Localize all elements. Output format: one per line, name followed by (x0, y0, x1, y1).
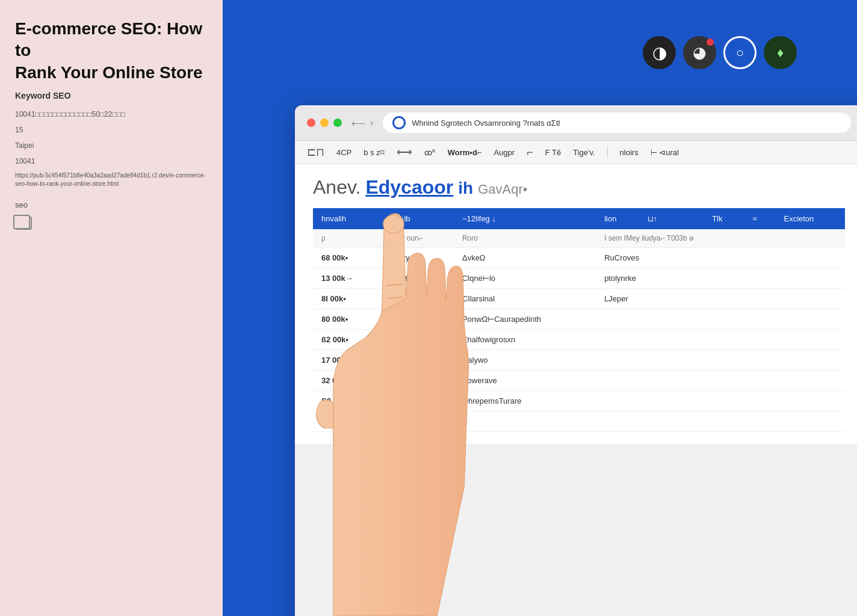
v2-cell-3: BylΩ (385, 309, 454, 330)
meta-line-2: Taipei (15, 140, 208, 151)
col-header-3: lion (596, 208, 639, 229)
col-header-6: Tlk (704, 208, 744, 229)
browser-chrome: ⟵ › Whnind Sgrotech Ovsamroning ?rnats α… (295, 105, 857, 141)
sub-header-2: Roro (454, 229, 596, 248)
meta-line-1: 15 (15, 125, 208, 135)
toolbar-item-3[interactable]: Worm•d⌐ (448, 148, 482, 157)
v4-cell-8 (596, 411, 845, 432)
page-heading: Anev. Edycaoor ih GavAqr• (313, 176, 845, 199)
v3-cell-8 (454, 411, 596, 432)
table-row: 80 00k• BylΩ PonwΩ⊢Caurapedinth (313, 309, 845, 330)
col-header-7: ≈ (744, 208, 775, 229)
vol-cell-3: 80 00k• (313, 309, 385, 330)
icon-blue-outline: ○ (723, 36, 756, 69)
v2-cell-0: Eory (385, 248, 454, 268)
data-table: hnvalih lg⌐lb ~12lifeg ↓ lion ⊔↑ Tlk ≈ E… (313, 208, 845, 432)
heading-sub: GavAqr• (478, 182, 527, 197)
close-button[interactable] (307, 119, 315, 127)
col-header-5 (679, 208, 704, 229)
top-icons: ◑ ◕ ○ ♦ (643, 36, 797, 69)
tag-label: seo (15, 200, 208, 209)
toolbar-item-7[interactable]: nloirs (620, 148, 639, 157)
v4-cell-5 (596, 350, 845, 371)
v4-cell-0: RuCroves (596, 248, 845, 268)
browser-toolbar: ⊏⊓ 4CP b s z⌑ ⟷ ꝏᴿ Worm•d⌐ Augpr ⌐ F Tē … (295, 141, 857, 164)
sub-header-row: ρ Hry oun⌐ Roro I sem IMey iludya⌐ T003b… (313, 229, 845, 248)
table-row: ß2 00k• Bury Ehalfowigrosxn (313, 330, 845, 350)
address-text: Whnind Sgrotech Ovsamroning ?rnats αΣtl (412, 119, 841, 128)
minimize-button[interactable] (320, 119, 329, 127)
toolbar-icon-1: ⟷ (397, 146, 412, 159)
v4-cell-4 (596, 330, 845, 350)
table-header-row: hnvalih lg⌐lb ~12lifeg ↓ lion ⊔↑ Tlk ≈ E… (313, 208, 845, 229)
v3-cell-5: Dalywo (454, 350, 596, 371)
address-bar[interactable]: Whnind Sgrotech Ovsamroning ?rnats αΣtl (383, 112, 851, 133)
toolbar-item-2[interactable]: ꝏᴿ (424, 148, 436, 157)
forward-icon[interactable]: › (370, 117, 373, 129)
v3-cell-6: Eowerave (454, 371, 596, 391)
meta-line-3: 10041 (15, 156, 208, 167)
table-row: ßF 00k• (313, 411, 845, 432)
v3-cell-0: ΔvkeΩ (454, 248, 596, 268)
toolbar-item-4[interactable]: Augpr (493, 148, 515, 157)
heading-part2: Edycaoor (365, 176, 453, 199)
site-icon (392, 116, 406, 129)
table-row: 8I 00k• Egry CIlarsinal LJeper (313, 289, 845, 309)
v3-cell-2: CIlarsinal (454, 289, 596, 309)
vol-cell-2: 8I 00k• (313, 289, 385, 309)
toolbar-icon-0: ⊏⊓ (307, 146, 324, 159)
v4-cell-3 (596, 309, 845, 330)
v3-cell-1: Clqne⊢lo (454, 268, 596, 289)
right-area: ◑ ◕ ○ ♦ ⟵ › Whnind Sgrotech Ovsamroning … (223, 0, 857, 616)
vol-cell-7: S0 00k• (313, 391, 385, 411)
traffic-lights (307, 119, 342, 127)
toolbar-item-1[interactable]: b s z⌑ (364, 148, 384, 157)
back-icon[interactable]: ⟵ (351, 117, 365, 129)
maximize-button[interactable] (333, 119, 342, 127)
table-row: 13 00k→ ByrΩ Clqne⊢lo ptolynrke (313, 268, 845, 289)
sub-header-0: ρ (313, 229, 385, 248)
meta-line-0: 10041□□□□□□□□□□□□□50□22□□□ (15, 109, 208, 120)
v2-cell-4: Bury (385, 330, 454, 350)
v2-cell-1: ByrΩ (385, 268, 454, 289)
col-header-4: ⊔↑ (639, 208, 679, 229)
left-panel: E-commerce SEO: How toRank Your Online S… (0, 0, 223, 616)
nav-buttons: ⟵ › (351, 117, 373, 129)
heading-part1: Anev. (313, 176, 360, 199)
v2-cell-7: Nilly (385, 391, 454, 411)
vol-cell-8: ßF 00k• (313, 411, 385, 432)
table-row: 32 00k• Bory Eowerave (313, 371, 845, 391)
icon-green: ♦ (764, 36, 797, 69)
v2-cell-2: Egry (385, 289, 454, 309)
icon-dark: ◑ (643, 36, 676, 69)
browser-content: Anev. Edycaoor ih GavAqr• hnvalih lg⌐lb … (295, 164, 857, 444)
col-header-8: Excieton (775, 208, 845, 229)
toolbar-item-0[interactable]: 4CP (336, 148, 351, 157)
toolbar-item-5[interactable]: F Tē (545, 148, 562, 157)
col-header-1: lg⌐lb (385, 208, 454, 229)
col-header-0: hnvalih (313, 208, 385, 229)
toolbar-item-6[interactable]: Tige'v. (573, 148, 595, 157)
v4-cell-1: ptolynrke (596, 268, 845, 289)
col-header-2: ~12lifeg ↓ (454, 208, 596, 229)
sub-header-3: I sem IMey iludya⌐ T003b ə (596, 229, 845, 248)
v4-cell-6 (596, 371, 845, 391)
v2-cell-8 (385, 411, 454, 432)
toolbar-item-8[interactable]: ⊢ ⊲ural (651, 148, 679, 157)
table-row: 68 00k• Eory ΔvkeΩ RuCroves (313, 248, 845, 268)
subtitle: Keyword SEO (15, 91, 208, 100)
v3-cell-3: PonwΩ⊢Caurapedinth (454, 309, 596, 330)
copy-icon[interactable] (15, 217, 32, 230)
sub-header-1: Hry oun⌐ (385, 229, 454, 248)
vol-cell-1: 13 00k→ (313, 268, 385, 289)
v2-cell-5: RylΩ (385, 350, 454, 371)
url-text: https://pub-5c454f571b8e40a3a2aad27ade84… (15, 171, 208, 188)
table-row: 17 00k• RylΩ Dalywo (313, 350, 845, 371)
vol-cell-6: 32 00k• (313, 371, 385, 391)
heading-part3: ih (458, 179, 473, 198)
browser-window: ⟵ › Whnind Sgrotech Ovsamroning ?rnats α… (295, 105, 857, 616)
icon-red-dot: ◕ (683, 36, 716, 69)
v4-cell-2: LJeper (596, 289, 845, 309)
v4-cell-7 (596, 391, 845, 411)
v2-cell-6: Bory (385, 371, 454, 391)
